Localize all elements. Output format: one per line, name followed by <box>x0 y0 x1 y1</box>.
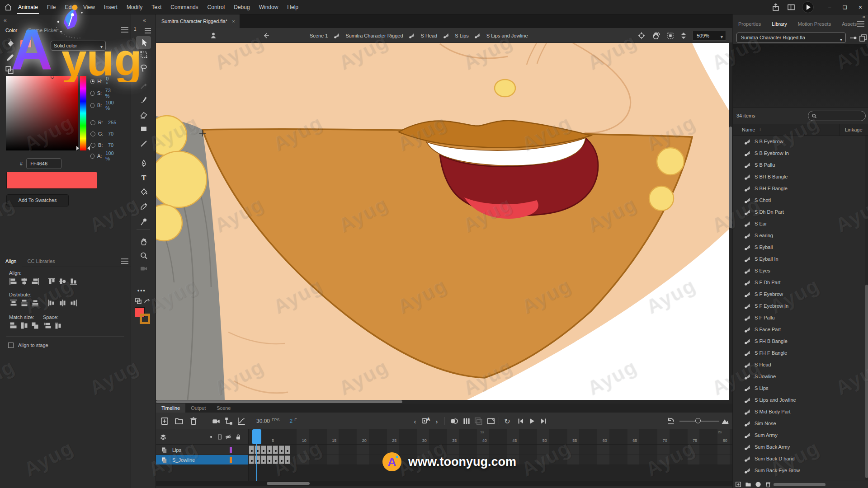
library-item-sim-nose[interactable]: Sim Nose <box>733 418 865 429</box>
tab-align[interactable]: Align <box>0 255 22 267</box>
library-item-sum-back-d-hand[interactable]: Sum Back D hand <box>733 453 865 465</box>
library-item-s-bh-b-bangle[interactable]: S BH B Bangle <box>733 171 865 183</box>
selection-tool[interactable] <box>136 36 151 49</box>
show-hide-all-icon[interactable] <box>208 433 215 441</box>
playhead-marker[interactable] <box>252 429 261 444</box>
minimize-button[interactable]: – <box>822 0 837 14</box>
outline-column-icon[interactable] <box>216 433 223 441</box>
tab-color[interactable]: Color <box>0 24 23 36</box>
frames-row-s-jowline[interactable] <box>249 455 732 465</box>
timeline-zoom-slider-knob[interactable] <box>695 418 701 423</box>
menu-commands[interactable]: Commands <box>166 0 203 14</box>
hex-input[interactable]: FF4646 <box>26 158 61 169</box>
share-icon[interactable] <box>771 3 780 12</box>
library-item-s-face-part[interactable]: S Face Part <box>733 324 865 335</box>
library-item-s-mid-body-part[interactable]: S Mid Body Part <box>733 406 865 418</box>
keyframe-cell-5[interactable] <box>273 455 278 464</box>
breadcrumb-item-scene-1[interactable]: Scene 1 <box>310 33 328 38</box>
zoom-level-input[interactable]: 509% ▼ <box>693 31 726 41</box>
column-divider[interactable] <box>839 124 840 136</box>
menu-text[interactable]: Text <box>147 0 166 14</box>
library-vertical-scrollbar[interactable] <box>865 136 868 480</box>
timeline-horizontal-scrollbar[interactable] <box>156 481 732 486</box>
layer-parenting-button[interactable] <box>224 416 234 426</box>
hide-others-eye-icon[interactable] <box>225 433 232 441</box>
color-component-value[interactable]: 0 ° <box>106 76 111 87</box>
space-horizontal-button[interactable] <box>54 322 62 329</box>
saturation-brightness-picker[interactable] <box>6 76 78 150</box>
column-linkage[interactable]: Linkage <box>845 127 863 132</box>
graph-editor-button[interactable] <box>236 416 246 426</box>
auto-keyframe-button[interactable]: A <box>420 416 430 426</box>
menu-animate[interactable]: Animate <box>14 0 42 14</box>
stage-canvas[interactable] <box>156 43 732 400</box>
color-component-value[interactable]: 100 % <box>105 100 116 111</box>
align-left-button[interactable] <box>9 277 18 285</box>
keyframe-cell-7[interactable] <box>285 455 290 464</box>
align-center-h-button[interactable] <box>20 277 28 285</box>
delete-item-button[interactable] <box>764 481 772 488</box>
keyframe-cell-6[interactable] <box>279 446 284 454</box>
match-height-button[interactable] <box>20 322 28 329</box>
library-item-s-earing[interactable]: S earing <box>733 230 865 241</box>
close-tab-icon[interactable]: × <box>232 19 235 24</box>
insert-frame-button[interactable] <box>486 416 496 426</box>
new-library-panel-icon[interactable] <box>859 33 868 42</box>
keyframe-cell-2[interactable] <box>255 455 260 464</box>
fit-timeline-button[interactable] <box>720 416 730 426</box>
keyframe-cell-2[interactable] <box>255 446 260 454</box>
pin-library-icon[interactable] <box>849 33 858 42</box>
keyframe-cell-4[interactable] <box>267 455 272 464</box>
fill-style-select[interactable]: Solid color ▾ <box>51 41 106 51</box>
camera-tool[interactable] <box>138 263 149 274</box>
library-item-sum-back-army[interactable]: Sum Back Army <box>733 441 865 453</box>
current-frame-value[interactable]: 2 <box>290 418 293 424</box>
collapse-tools-icon[interactable]: « <box>143 17 146 23</box>
library-item-s-b-eyebrow[interactable]: S B Eyebrow <box>733 136 865 147</box>
swap-fill-stroke-icon[interactable] <box>5 65 14 75</box>
tools-panel-menu-icon[interactable] <box>145 28 151 33</box>
menu-edit[interactable]: Edit <box>60 0 79 14</box>
keyframe-cell-3[interactable] <box>261 446 266 454</box>
layer-row-lips[interactable]: Lips <box>156 445 248 455</box>
paint-brush-tool[interactable] <box>138 94 149 105</box>
library-item-s-eyball[interactable]: S Eyball <box>733 241 865 253</box>
color-component-value[interactable]: 70 <box>108 131 113 136</box>
center-frame-icon[interactable] <box>637 32 646 40</box>
radio-icon[interactable] <box>90 120 95 125</box>
library-item-s-choti[interactable]: S Choti <box>733 194 865 206</box>
library-item-s-f-eyebrow[interactable]: S F Eyebrow <box>733 288 865 300</box>
frame-ruler[interactable]: 51015202530354045505560657075801s2s <box>249 429 732 445</box>
menu-insert[interactable]: Insert <box>99 0 122 14</box>
more-tools-icon[interactable]: ••• <box>137 287 146 294</box>
library-item-s-f-eyebrow-in[interactable]: S F Eyebrow In <box>733 300 865 312</box>
space-vertical-button[interactable] <box>43 322 52 329</box>
eyedropper-tool[interactable] <box>138 201 149 212</box>
library-item-sum-back-eye-brow[interactable]: Sum Back Eye Brow <box>733 465 865 476</box>
distribute-left-button[interactable] <box>47 299 56 307</box>
default-swap-colors-icon[interactable] <box>135 297 151 305</box>
hue-arrow-left-icon[interactable] <box>76 146 79 150</box>
fill-bucket-icon[interactable] <box>5 39 15 49</box>
magic-wand-tool[interactable] <box>138 80 149 91</box>
breadcrumb-item-s-lips[interactable]: S Lips <box>455 33 469 38</box>
new-layer-button[interactable] <box>160 416 170 426</box>
clip-content-icon[interactable] <box>666 32 675 40</box>
match-both-button[interactable] <box>31 322 39 329</box>
eraser-tool[interactable] <box>138 109 149 120</box>
align-to-stage-checkbox[interactable] <box>8 343 14 348</box>
distribute-center-h-button[interactable] <box>58 299 67 307</box>
zoom-tool[interactable] <box>138 250 149 261</box>
keyframe-cell-1[interactable] <box>249 455 254 464</box>
library-item-s-lips-and-jowline[interactable]: S Lips and Jowline <box>733 394 865 406</box>
menu-view[interactable]: View <box>79 0 99 14</box>
layer-name[interactable]: Lips <box>172 447 181 453</box>
step-back-button[interactable] <box>516 416 526 426</box>
align-right-button[interactable] <box>31 277 39 285</box>
tab-motion-presets[interactable]: Motion Presets <box>793 18 836 30</box>
hand-tool[interactable] <box>138 236 149 247</box>
library-panel-menu-icon[interactable] <box>857 21 864 27</box>
fill-color-chip[interactable] <box>20 40 32 48</box>
keyframe-cell-6[interactable] <box>279 455 284 464</box>
distribute-bottom-button[interactable] <box>31 299 39 307</box>
